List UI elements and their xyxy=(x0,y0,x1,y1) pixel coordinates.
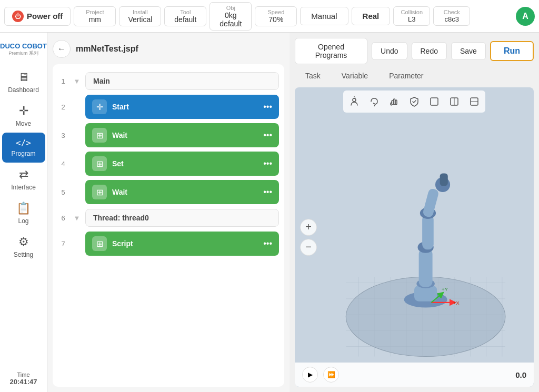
tab-variable[interactable]: Variable xyxy=(331,68,378,84)
panel-header: ← mmNetTest.jspf xyxy=(53,38,284,60)
manual-button[interactable]: Manual xyxy=(300,7,348,25)
sidebar-label-move: Move xyxy=(16,120,31,127)
wait2-more-icon[interactable]: ••• xyxy=(263,187,272,197)
obj-label: Obj xyxy=(226,5,235,11)
script-more-icon[interactable]: ••• xyxy=(263,239,272,248)
set-more-icon[interactable]: ••• xyxy=(263,159,272,168)
log-icon: 📋 xyxy=(16,202,31,215)
row-num: 4 xyxy=(58,160,68,168)
row-arrow: ▼ xyxy=(73,77,81,85)
project-value: mm xyxy=(89,15,101,24)
table-row: 6 ▼ Thread: thread0 xyxy=(58,206,279,229)
table-row: 5 ⊞ Wait ••• xyxy=(58,178,279,206)
real-button[interactable]: Real xyxy=(352,7,391,25)
check-segment[interactable]: Check c8c3 xyxy=(433,6,470,26)
row-arrow: ▼ xyxy=(73,214,81,222)
power-label: Power off xyxy=(27,12,63,21)
install-segment[interactable]: Install Vertical xyxy=(119,6,161,26)
right-top-bar: Opened Programs Undo Redo Save Run xyxy=(295,38,534,64)
dashboard-icon: 🖥 xyxy=(18,71,29,84)
time-value: 20:41:47 xyxy=(9,378,37,386)
prog-item-set[interactable]: ⊞ Set ••• xyxy=(85,152,279,176)
prog-item-main[interactable]: Main xyxy=(85,72,279,90)
table-row: 1 ▼ Main xyxy=(58,69,279,93)
table-row: 3 ⊞ Wait ••• xyxy=(58,121,279,149)
sidebar-label-interface: Interface xyxy=(11,184,36,191)
setting-icon: ⚙ xyxy=(18,235,29,249)
obj-segment[interactable]: Obj 0kg default xyxy=(209,2,252,31)
redo-button[interactable]: Redo xyxy=(412,42,447,60)
prog-name-script: Script xyxy=(112,239,258,248)
sidebar-item-log[interactable]: 📋 Log xyxy=(2,196,45,230)
collision-label: Collision xyxy=(401,9,423,15)
install-value: Vertical xyxy=(128,15,152,24)
speed-label: Speed xyxy=(267,9,284,15)
sidebar-item-dashboard[interactable]: 🖥 Dashboard xyxy=(2,65,45,99)
tab-parameter[interactable]: Parameter xyxy=(378,68,434,84)
program-panel: ← mmNetTest.jspf 1 ▼ Main 2 ✛ xyxy=(47,33,290,392)
wait2-icon: ⊞ xyxy=(92,185,107,199)
right-panel: Opened Programs Undo Redo Save Run Task … xyxy=(290,33,539,392)
sidebar-item-move[interactable]: ✛ Move xyxy=(2,99,45,133)
logo-area: DUCO COBOT Premium 系列 xyxy=(0,38,47,65)
time-area: Time 20:41:47 xyxy=(9,365,37,392)
row-num: 1 xyxy=(58,77,68,85)
play-button[interactable]: ▶ xyxy=(302,367,318,383)
logo-text: DUCO COBOT xyxy=(0,42,47,50)
table-row: 7 ⊞ Script ••• xyxy=(58,229,279,258)
sidebar-item-setting[interactable]: ⚙ Setting xyxy=(2,230,45,264)
playback-value: 0.0 xyxy=(515,370,526,379)
interface-icon: ⇄ xyxy=(19,168,28,182)
tool-segment[interactable]: Tool default xyxy=(164,6,206,26)
fast-forward-button[interactable]: ⏩ xyxy=(323,367,339,383)
svg-rect-19 xyxy=(422,188,440,218)
table-row: 4 ⊞ Set ••• xyxy=(58,149,279,178)
obj-value: 0kg xyxy=(225,11,237,19)
sidebar-label-program: Program xyxy=(11,150,35,157)
collision-segment[interactable]: Collision L3 xyxy=(393,6,430,26)
table-row: 2 ✛ Start ••• xyxy=(58,93,279,121)
viewport: + − xyxy=(295,87,534,387)
prog-item-thread[interactable]: Thread: thread0 xyxy=(85,209,279,227)
row-num: 6 xyxy=(58,214,68,222)
tool-value: default xyxy=(174,15,196,24)
run-button[interactable]: Run xyxy=(490,41,534,61)
tabs-row: Task Variable Parameter xyxy=(295,68,534,84)
sidebar-item-program[interactable]: </> Program xyxy=(2,133,45,163)
svg-text:+X: +X xyxy=(453,300,460,306)
logo-sub: Premium 系列 xyxy=(8,50,38,57)
back-button[interactable]: ← xyxy=(53,40,71,58)
prog-item-wait2[interactable]: ⊞ Wait ••• xyxy=(85,180,279,204)
speed-value: 70% xyxy=(268,15,283,24)
sidebar: DUCO COBOT Premium 系列 🖥 Dashboard ✛ Move… xyxy=(0,33,47,392)
check-label: Check xyxy=(444,9,460,15)
avatar[interactable]: A xyxy=(516,7,535,26)
save-button[interactable]: Save xyxy=(451,42,486,60)
prog-item-start[interactable]: ✛ Start ••• xyxy=(85,95,279,119)
sidebar-item-interface[interactable]: ⇄ Interface xyxy=(2,163,45,196)
move-icon: ✛ xyxy=(19,104,28,118)
wait1-icon: ⊞ xyxy=(92,128,107,143)
program-icon: </> xyxy=(16,138,31,148)
power-button[interactable]: Power off xyxy=(4,7,71,26)
power-icon xyxy=(12,11,24,22)
opened-programs-button[interactable]: Opened Programs xyxy=(295,38,367,64)
svg-rect-17 xyxy=(422,214,434,249)
prog-item-script[interactable]: ⊞ Script ••• xyxy=(85,232,279,256)
speed-segment[interactable]: Speed 70% xyxy=(255,6,297,26)
tab-task[interactable]: Task xyxy=(295,68,331,84)
start-more-icon[interactable]: ••• xyxy=(263,102,272,112)
undo-button[interactable]: Undo xyxy=(372,42,407,60)
prog-item-wait1[interactable]: ⊞ Wait ••• xyxy=(85,123,279,147)
project-segment[interactable]: Project mm xyxy=(74,6,116,26)
prog-name-set: Set xyxy=(112,159,258,168)
prog-name-wait2: Wait xyxy=(112,188,258,196)
main-layout: DUCO COBOT Premium 系列 🖥 Dashboard ✛ Move… xyxy=(0,33,539,392)
wait1-more-icon[interactable]: ••• xyxy=(263,130,272,140)
collision-value: L3 xyxy=(408,15,415,23)
sidebar-label-dashboard: Dashboard xyxy=(8,86,39,94)
row-num: 2 xyxy=(58,103,68,111)
svg-rect-15 xyxy=(419,248,433,287)
prog-name-start: Start xyxy=(112,103,258,111)
project-label: Project xyxy=(86,9,104,15)
